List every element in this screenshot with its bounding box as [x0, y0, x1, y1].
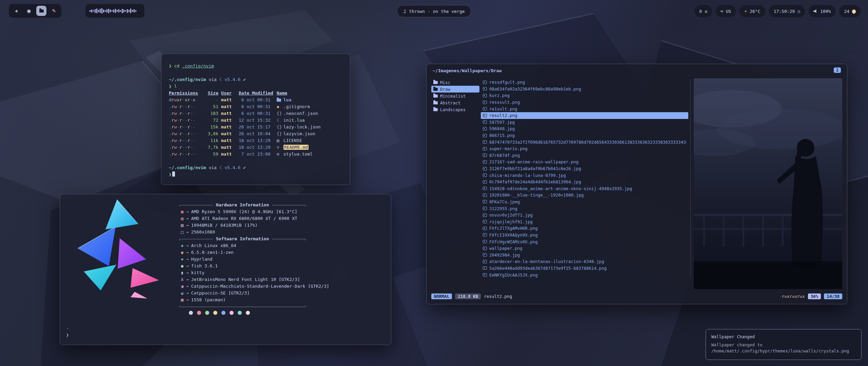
- sidebar-folder-item[interactable]: Minimalist: [431, 93, 479, 99]
- date-text: 26 oct 10:04: [239, 130, 274, 137]
- folder-icon: [433, 95, 438, 98]
- image-file-icon: [483, 160, 487, 164]
- file-name: ressdfgult.png: [489, 80, 525, 85]
- file-list-item[interactable]: rsjqojlmjhf91.jpg: [481, 218, 688, 225]
- file-name: EeNKYgIUcAAJ5JX.png: [489, 272, 538, 278]
- audio-visualizer[interactable]: [85, 4, 144, 18]
- file-list-item[interactable]: chica-mirando-la-luna-8799.jpg: [481, 172, 688, 179]
- file-list-item[interactable]: 87r687df.png: [481, 152, 688, 159]
- keyboard-layout-widget[interactable]: ⌨ US: [716, 5, 736, 17]
- file-name: 0c794faf07de24a4db4d4fb1eb813964.jpg: [489, 179, 581, 184]
- viz-bar: [100, 9, 101, 13]
- weather-widget[interactable]: ☀ 26°C: [739, 5, 765, 17]
- arrow-icon: →: [186, 223, 189, 228]
- file-list-item[interactable]: atardecer-en-la-montanas-ilustracion-634…: [481, 258, 688, 265]
- user-text: matt: [221, 124, 236, 130]
- browser-button[interactable]: ◉: [24, 6, 34, 16]
- prompt-line: ~/.config/nvim via ☾ v5.4.6 ✔: [169, 76, 342, 83]
- top-bar: ➤ ◉ ✎ ♫ thrown - on the verge 0 ♻ ⌨ US ☀…: [0, 0, 868, 20]
- fetch-info-line: ◒→Catppuccin-SE [GTK2/3]: [179, 290, 385, 297]
- file-manager-window[interactable]: ~/Imagenes/Wallpapers/Draw 1 MiscDrawMin…: [426, 64, 847, 304]
- file-list-item[interactable]: FXfcHgcWIAMzs0G.png: [481, 238, 688, 245]
- sidebar-folder-item[interactable]: Misc: [431, 79, 479, 86]
- file-list-item[interactable]: 5a266e448add93deab367d87173e9f25-6837886…: [481, 265, 688, 272]
- file-name: FXfcII0X0AQyn9X.png: [489, 232, 538, 238]
- file-name: 8FKa7Cu.jpeg: [489, 199, 520, 204]
- file-name: 866715.png: [489, 133, 515, 138]
- file-list-item[interactable]: 3122955.png: [481, 205, 688, 212]
- notification-popup[interactable]: Wallpaper Changed Wallpaper changed to /…: [706, 329, 862, 360]
- sun-icon: ☀: [744, 9, 747, 14]
- file-list-item[interactable]: 68747470733a2f2f696d616765732d7769786d70…: [481, 139, 688, 145]
- file-list-item[interactable]: resssult.png: [481, 99, 688, 106]
- fetch-info-line: ◉→6.5.8-zen1-1-zen: [179, 249, 385, 256]
- launcher-button[interactable]: ➤: [11, 6, 21, 16]
- sidebar-folder-item[interactable]: Abstract: [431, 99, 479, 106]
- file-list-item[interactable]: 08a634fa02a32364f69ebc86a98eb1eb.png: [481, 86, 688, 93]
- fetch-info-line: ▦→1558 (pacman): [179, 297, 385, 303]
- json-icon: {}: [277, 124, 282, 129]
- file-list-item[interactable]: EeNKYgIUcAAJ5JX.png: [481, 271, 688, 278]
- terminal-color-palette: [189, 311, 385, 315]
- now-playing-widget[interactable]: ♫ thrown - on the verge: [397, 5, 471, 17]
- viz-bar: [120, 10, 121, 12]
- file-list-item[interactable]: 587597.jpg: [481, 119, 688, 126]
- terminal-file-row: drwxr-xr-x-matt 6 oct 00:31lua: [169, 97, 342, 103]
- files-button[interactable]: [36, 6, 46, 16]
- fetch-info-line: ❖→Hyprland: [179, 256, 385, 263]
- viz-bar: [117, 10, 118, 12]
- gtk-theme-icon: ◑: [179, 283, 185, 290]
- prompt-via: via: [209, 77, 216, 82]
- size-text: 183: [204, 110, 218, 117]
- image-file-icon: [483, 214, 487, 217]
- sidebar-folder-item[interactable]: Draw: [431, 86, 479, 93]
- viz-bar: [113, 9, 114, 13]
- folder-name: Misc: [440, 80, 450, 85]
- file-list-item[interactable]: 20492984.jpg: [481, 251, 688, 258]
- image-file-icon: [483, 101, 487, 104]
- size-text: 59: [204, 151, 218, 158]
- permissions-text: .rw-r--r--: [169, 103, 201, 110]
- viz-bar: [90, 10, 91, 12]
- git-icon: ◆: [277, 104, 279, 109]
- command-line: ❯ l: [169, 83, 342, 90]
- fetch-window[interactable]: Hardware Information ▣→AMD Ryzen 5 5900X…: [60, 194, 391, 345]
- file-list-item[interactable]: super-mario.png: [481, 145, 688, 152]
- size-text: 72: [204, 117, 218, 124]
- file-list-item[interactable]: 596848.jpg: [481, 125, 688, 132]
- notification-body: Wallpaper changed to /home/matt/.config/…: [711, 342, 856, 354]
- file-list-item[interactable]: wallpaper.png: [481, 245, 688, 252]
- sidebar-folder-item[interactable]: Landscapes: [431, 106, 479, 113]
- paint-button[interactable]: ✎: [49, 6, 59, 16]
- file-list-item[interactable]: 217167-sad-anime-rain-wallpaper.png: [481, 159, 688, 165]
- file-list-pane: ressdfgult.png08a634fa02a32364f69ebc86a9…: [481, 79, 688, 278]
- file-list-item[interactable]: FXfcII0X0AQyn9X.png: [481, 232, 688, 239]
- file-name: 20492984.jpg: [489, 252, 520, 258]
- file-list-item[interactable]: kurz.png: [481, 92, 688, 99]
- paintbrush-icon: ✎: [52, 8, 56, 13]
- file-list-item[interactable]: 19201080-__blue-tinge__-1920×1080.jpg: [481, 192, 688, 199]
- header-permissions: Permissions: [169, 90, 198, 96]
- file-list-item[interactable]: 154928-odinokoe_anime-art-anime-okno-sin…: [481, 185, 688, 192]
- viz-bar: [130, 8, 131, 13]
- size-text: -: [204, 97, 218, 103]
- file-list-item[interactable]: re1sult.png: [481, 105, 688, 112]
- palette-dot: [238, 311, 242, 315]
- file-list-item[interactable]: 8FKa7Cu.jpeg: [481, 199, 688, 205]
- file-list-item[interactable]: 0c794faf07de24a4db4d4fb1eb813964.jpg: [481, 179, 688, 185]
- notifications-widget[interactable]: 24: [839, 5, 861, 17]
- file-list-item[interactable]: ressdfgult.png: [481, 79, 688, 86]
- file-list-item[interactable]: FXfcJlTXgAMvH6R.png: [481, 225, 688, 232]
- clock-widget[interactable]: 17:50:29 ◷: [769, 5, 805, 17]
- file-list-item[interactable]: result2.png: [481, 112, 688, 119]
- command-cd-arg: .config/nvim: [182, 63, 214, 68]
- volume-widget[interactable]: 100%: [809, 5, 835, 17]
- image-file-icon: [483, 266, 487, 270]
- file-list-item[interactable]: 3126f7e9bbf21a8a4af0b67b041c6e26.jpg: [481, 165, 688, 172]
- terminal-window[interactable]: ❯ cd .config/nvim ~/.config/nvim via ☾ v…: [161, 54, 350, 185]
- file-list-item[interactable]: 866715.png: [481, 132, 688, 139]
- updates-widget[interactable]: 0 ♻: [694, 5, 712, 17]
- folder-icon: [433, 88, 438, 91]
- file-list-item[interactable]: nnvuv0xj2df71.jpg: [481, 212, 688, 219]
- folder-icon: [39, 9, 44, 13]
